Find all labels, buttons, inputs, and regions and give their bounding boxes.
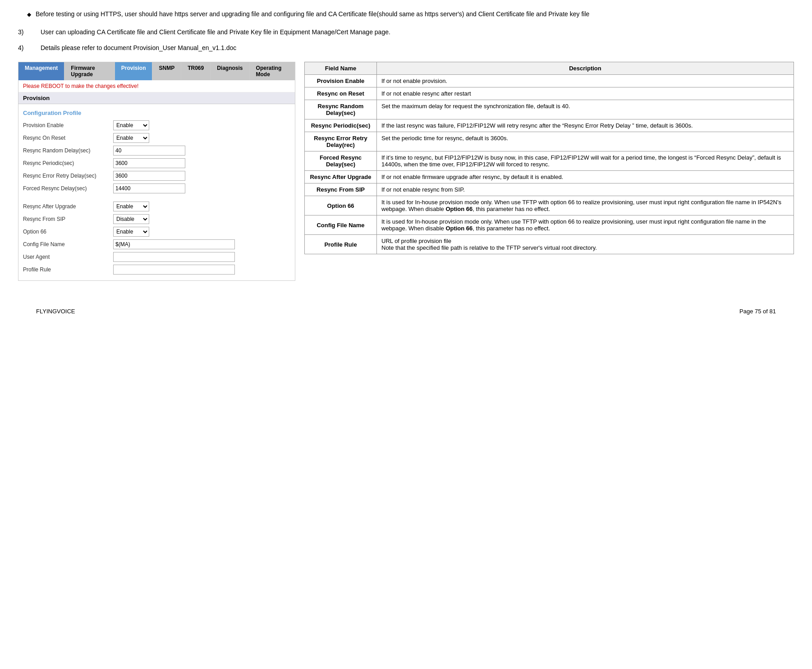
form-row-config-file-name: Config File Name [18,238,295,251]
form-row-profile-rule: Profile Rule [18,263,295,276]
table-row: Config File Name It is used for In-house… [305,215,794,235]
tab-diagnosis[interactable]: Diagnosis [211,62,249,80]
desc-option66: It is used for In-house provision mode o… [377,196,794,215]
label-resync-on-reset: Resync On Reset [23,135,113,141]
input-user-agent[interactable] [113,252,235,262]
table-row: Provision Enable If or not enable provis… [305,75,794,87]
alert-message: Please REBOOT to make the changes effect… [18,80,295,92]
desc-profile-rule-line1: URL of profile provision file [381,238,789,244]
label-user-agent: User Agent [23,254,113,260]
num-text-3: User can uploading CA Certificate file a… [41,27,794,37]
select-resync-after-upgrade[interactable]: Enable Disable [113,202,149,211]
form-row-option66: Option 66 Enable Disable [18,225,295,238]
field-forced-resync-delay: Forced Resync Delay(sec) [305,151,377,171]
label-provision-enable: Provision Enable [23,122,113,128]
control-option66: Enable Disable [113,227,149,237]
field-resync-random-delay: Resync Random Delay(sec) [305,100,377,119]
table-row: Resync Periodic(sec) If the last resync … [305,119,794,132]
table-row: Resync Random Delay(sec) Set the maximum… [305,100,794,119]
tab-provision[interactable]: Provision [115,62,153,80]
field-resync-from-sip: Resync From SIP [305,183,377,196]
desc-resync-after-upgrade: If or not enable firmware upgrade after … [377,171,794,183]
label-resync-periodic: Resync Periodic(sec) [23,160,113,166]
table-row: Resync After Upgrade If or not enable fi… [305,171,794,183]
input-profile-rule[interactable] [113,265,235,275]
input-resync-error-retry[interactable] [113,171,185,181]
control-config-file-name [113,239,235,249]
control-resync-on-reset: Enable Disable [113,133,149,143]
tab-snmp[interactable]: SNMP [152,62,181,80]
field-resync-after-upgrade: Resync After Upgrade [305,171,377,183]
label-resync-error-retry: Resync Error Retry Delay(sec) [23,173,113,179]
footer-page: Page 75 of 81 [739,308,776,315]
left-panel: Management Firmware Upgrade Provision SN… [18,62,295,281]
field-resync-on-reset: Resync on Reset [305,87,377,100]
form-row-user-agent: User Agent [18,251,295,263]
numbered-section: 3) User can uploading CA Certificate fil… [18,27,794,53]
table-row: Resync From SIP If or not enable resync … [305,183,794,196]
tab-tr069[interactable]: TR069 [181,62,211,80]
input-resync-random-delay[interactable] [113,146,185,156]
form-row-resync-after-upgrade: Resync After Upgrade Enable Disable [18,200,295,213]
label-option66: Option 66 [23,229,113,235]
desc-resync-on-reset: If or not enable resync after restart [377,87,794,100]
desc-resync-error-retry: Set the periodic time for resync, defaul… [377,132,794,151]
table-row: Resync on Reset If or not enable resync … [305,87,794,100]
control-provision-enable: Enable Disable [113,120,149,130]
provision-panel: Provision Configuration Profile Provisio… [18,92,295,280]
input-forced-resync-delay[interactable] [113,183,185,193]
bullet-text-1: Before testing or using HTTPS, user shou… [36,9,794,19]
num-text-4: Details please refer to document Provisi… [41,43,794,53]
desc-resync-periodic: If the last resync was failure, FIP12/FI… [377,119,794,132]
form-row-forced-resync-delay: Forced Resync Delay(sec) [18,182,295,195]
input-resync-periodic[interactable] [113,158,185,168]
form-row-resync-on-reset: Resync On Reset Enable Disable [18,132,295,144]
config-section-label: Configuration Profile [18,108,295,119]
tab-operating-mode[interactable]: Operating Mode [250,62,295,80]
provision-panel-header: Provision [18,92,295,104]
field-resync-periodic: Resync Periodic(sec) [305,119,377,132]
form-row-resync-error-retry: Resync Error Retry Delay(sec) [18,170,295,182]
table-row: Resync Error Retry Delay(rec) Set the pe… [305,132,794,151]
control-resync-error-retry [113,171,185,181]
field-profile-rule: Profile Rule [305,235,377,254]
desc-forced-resync-delay: If it’s time to resync, but FIP12/FIP12W… [377,151,794,171]
inline-bold-option66-2: Option 66 [445,225,473,232]
field-config-file-name: Config File Name [305,215,377,235]
control-profile-rule [113,265,235,275]
desc-profile-rule-line2: Note that the specified file path is rel… [381,244,789,251]
field-option66: Option 66 [305,196,377,215]
control-resync-random-delay [113,146,185,156]
form-row-resync-from-sip: Resync From SIP Enable Disable [18,213,295,225]
description-table: Field Name Description Provision Enable … [304,62,794,254]
label-config-file-name: Config File Name [23,241,113,247]
field-provision-enable: Provision Enable [305,75,377,87]
label-resync-from-sip: Resync From SIP [23,216,113,222]
page-container: ◆ Before testing or using HTTPS, user sh… [0,0,812,328]
tab-firmware-upgrade[interactable]: Firmware Upgrade [64,62,115,80]
desc-resync-from-sip: If or not enable resync from SIP. [377,183,794,196]
desc-provision-enable: If or not enable provision. [377,75,794,87]
control-resync-periodic [113,158,185,168]
control-forced-resync-delay [113,183,185,193]
select-resync-on-reset[interactable]: Enable Disable [113,133,149,143]
table-row: Profile Rule URL of profile provision fi… [305,235,794,254]
select-provision-enable[interactable]: Enable Disable [113,120,149,130]
bullet-section: ◆ Before testing or using HTTPS, user sh… [18,9,794,19]
label-resync-after-upgrade: Resync After Upgrade [23,203,113,210]
form-row-resync-random-delay: Resync Random Delay(sec) [18,144,295,157]
select-option66[interactable]: Enable Disable [113,227,149,237]
numbered-item-3: 3) User can uploading CA Certificate fil… [18,27,794,37]
desc-resync-random-delay: Set the maximum delay for request the sy… [377,100,794,119]
control-resync-after-upgrade: Enable Disable [113,202,149,211]
control-user-agent [113,252,235,262]
select-resync-from-sip[interactable]: Enable Disable [113,214,149,224]
tab-management[interactable]: Management [18,62,64,80]
input-config-file-name[interactable] [113,239,235,249]
inline-bold-option66: Option 66 [445,206,473,212]
footer: FLYINGVOICE Page 75 of 81 [18,299,794,319]
table-row: Option 66 It is used for In-house provis… [305,196,794,215]
table-row: Forced Resync Delay(sec) If it’s time to… [305,151,794,171]
control-resync-from-sip: Enable Disable [113,214,149,224]
numbered-item-4: 4) Details please refer to document Prov… [18,43,794,53]
